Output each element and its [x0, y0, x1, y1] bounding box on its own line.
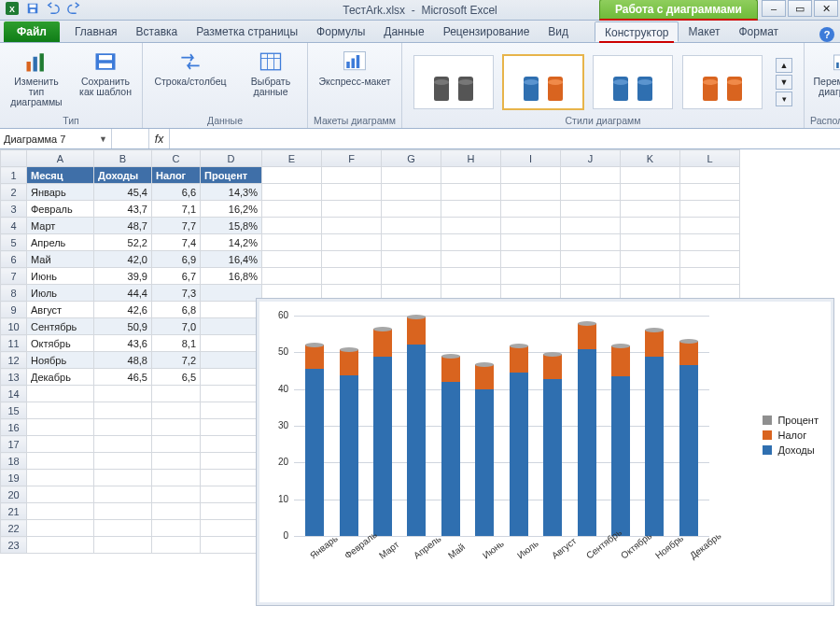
switch-row-column-button[interactable]: Строка/столбец: [148, 45, 232, 87]
cell[interactable]: [262, 218, 322, 234]
cell[interactable]: 7,2: [152, 352, 201, 369]
maximize-button[interactable]: ▭: [788, 0, 812, 17]
row-header[interactable]: 23: [1, 537, 27, 554]
cell[interactable]: [621, 167, 680, 184]
chart-bar[interactable]: [373, 327, 392, 536]
cell[interactable]: [262, 201, 322, 218]
chart-bar[interactable]: [340, 347, 358, 536]
chart-style-thumb[interactable]: [503, 55, 583, 109]
row-header[interactable]: 4: [1, 218, 27, 234]
cell[interactable]: [152, 419, 201, 436]
row-header[interactable]: 9: [1, 302, 27, 318]
cell[interactable]: [382, 201, 441, 218]
contextual-tab-chart-tools[interactable]: Работа с диаграммами: [599, 0, 758, 21]
cell[interactable]: [680, 268, 740, 285]
undo-icon[interactable]: [47, 2, 60, 18]
cell[interactable]: 8,1: [152, 335, 201, 352]
cell[interactable]: [680, 184, 740, 201]
chart-object[interactable]: 0102030405060 Процент Налог Доходы Январ…: [256, 298, 834, 606]
row-header[interactable]: 6: [1, 251, 27, 268]
cell[interactable]: [561, 218, 621, 234]
cell[interactable]: 6,5: [152, 369, 201, 386]
cell[interactable]: [152, 537, 201, 554]
tab-review[interactable]: Рецензирование: [434, 21, 539, 42]
tab-chart-design[interactable]: Конструктор: [595, 21, 679, 42]
chart-bar[interactable]: [578, 321, 596, 536]
cell[interactable]: Август: [27, 302, 94, 318]
cell[interactable]: 48,8: [94, 352, 152, 369]
cell[interactable]: [94, 520, 152, 537]
row-header[interactable]: 15: [1, 402, 27, 419]
cell[interactable]: 42,0: [94, 251, 152, 268]
cell[interactable]: [27, 537, 94, 554]
cell[interactable]: 50,9: [94, 318, 152, 335]
cell[interactable]: [27, 520, 94, 537]
cell[interactable]: [561, 251, 621, 268]
cell[interactable]: [262, 251, 322, 268]
cell[interactable]: 7,3: [152, 285, 201, 302]
row-header[interactable]: 19: [1, 470, 27, 486]
column-header[interactable]: G: [382, 150, 441, 167]
cell[interactable]: [201, 335, 262, 352]
fx-icon[interactable]: fx: [149, 129, 170, 148]
cell[interactable]: Доходы: [94, 167, 152, 184]
cell[interactable]: Июль: [27, 285, 94, 302]
row-header[interactable]: 17: [1, 436, 27, 453]
cell[interactable]: 15,8%: [201, 218, 262, 234]
cell[interactable]: [201, 486, 262, 503]
cell[interactable]: Сентябрь: [27, 318, 94, 335]
legend-item[interactable]: Процент: [763, 415, 819, 426]
cell[interactable]: 42,6: [94, 302, 152, 318]
cell[interactable]: 46,5: [94, 369, 152, 386]
redo-icon[interactable]: [67, 2, 80, 18]
cell[interactable]: [680, 234, 740, 251]
cell[interactable]: 6,7: [152, 268, 201, 285]
tab-insert[interactable]: Вставка: [127, 21, 188, 42]
row-header[interactable]: 7: [1, 268, 27, 285]
cell[interactable]: [501, 201, 561, 218]
cell[interactable]: [201, 537, 262, 554]
legend-item[interactable]: Налог: [763, 430, 819, 441]
cell[interactable]: [27, 503, 94, 520]
cell[interactable]: 14,3%: [201, 184, 262, 201]
chart-bar[interactable]: [475, 362, 494, 536]
cell[interactable]: Месяц: [27, 167, 94, 184]
column-header[interactable]: B: [94, 150, 152, 167]
cell[interactable]: [262, 234, 322, 251]
column-header[interactable]: K: [621, 150, 680, 167]
chart-bar[interactable]: [645, 328, 664, 536]
gallery-scroll[interactable]: ▲ ▼ ▾: [776, 55, 792, 109]
cell[interactable]: [94, 486, 152, 503]
cell[interactable]: [262, 268, 322, 285]
gallery-up-icon[interactable]: ▲: [776, 58, 792, 73]
chart-plot-area[interactable]: 0102030405060: [294, 316, 709, 536]
cell[interactable]: [441, 167, 501, 184]
cell[interactable]: [621, 268, 680, 285]
cell[interactable]: [152, 520, 201, 537]
chart-legend[interactable]: Процент Налог Доходы: [763, 411, 819, 459]
chart-bar[interactable]: [305, 343, 324, 536]
cell[interactable]: [322, 184, 382, 201]
cell[interactable]: [201, 369, 262, 386]
cell[interactable]: [382, 234, 441, 251]
cell[interactable]: [201, 520, 262, 537]
cell[interactable]: [27, 386, 94, 402]
row-header[interactable]: 14: [1, 386, 27, 402]
cell[interactable]: [561, 201, 621, 218]
cell[interactable]: 16,8%: [201, 268, 262, 285]
cell[interactable]: Процент: [201, 167, 262, 184]
column-header[interactable]: C: [152, 150, 201, 167]
tab-data[interactable]: Данные: [374, 21, 433, 42]
cell[interactable]: [27, 453, 94, 470]
cell[interactable]: 39,9: [94, 268, 152, 285]
cell[interactable]: [262, 184, 322, 201]
cell[interactable]: [680, 251, 740, 268]
cell[interactable]: [94, 453, 152, 470]
cell[interactable]: 6,8: [152, 302, 201, 318]
row-header[interactable]: 2: [1, 184, 27, 201]
cell[interactable]: 45,4: [94, 184, 152, 201]
legend-item[interactable]: Доходы: [763, 444, 819, 456]
cell[interactable]: [27, 436, 94, 453]
cell[interactable]: [322, 251, 382, 268]
cell[interactable]: [680, 167, 740, 184]
